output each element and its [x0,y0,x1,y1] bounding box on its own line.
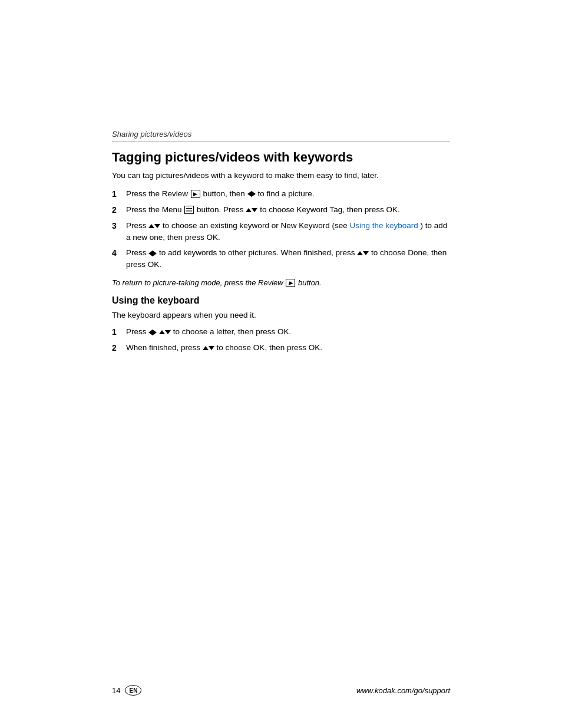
step2-text-end: to choose Keyword Tag, then press OK. [260,205,400,214]
step3-text-mid: to choose an existing keyword or New Key… [163,221,349,230]
tagging-step-2: 2 Press the Menu button. Press to choose… [112,204,450,216]
down-arrow-k1 [165,330,171,334]
main-section-title: Tagging pictures/videos with keywords [112,150,450,165]
step4-content: Press to add keywords to other pictures.… [126,247,450,271]
step3-content: Press to choose an existing keyword or N… [126,220,450,244]
step1-number: 1 [112,188,124,200]
keyboard-step-1: 1 Press to choose a letter, then press O… [112,326,450,338]
italic-note-text-end: button. [298,278,322,287]
kstep1-text-before: Press [126,327,148,336]
up-arrow-icon-4 [357,251,363,255]
step1-text-end: to find a picture. [257,189,314,198]
section-label: Sharing pictures/videos [112,130,450,139]
step1-content: Press the Review ▶ button, then to find … [126,188,450,200]
footer-left: 14 EN [112,685,141,696]
right-arrow-icon [252,191,256,197]
review-icon-note: ▶ [286,279,295,287]
main-intro-text: You can tag pictures/videos with a keywo… [112,170,450,182]
down-arrow-k2 [209,346,214,350]
italic-note-text: To return to picture-taking mode, press … [112,278,285,287]
en-badge: EN [125,685,141,696]
review-icon: ▶ [191,190,200,198]
keyboard-section-title: Using the keyboard [112,295,450,306]
tagging-step-4: 4 Press to add keywords to other picture… [112,247,450,271]
footer: 14 EN www.kodak.com/go/support [0,685,562,696]
step2-text-before: Press the Menu [126,205,184,214]
page-number: 14 [112,686,120,695]
step2-text-mid: button. Press [197,205,246,214]
step4-text-mid: to add keywords to other pictures. When … [159,248,357,257]
up-arrow-icon-3 [148,224,154,228]
down-arrow-icon-3 [154,224,160,228]
page-container: Sharing pictures/videos Tagging pictures… [0,0,562,728]
right-arrow-icon-4 [153,251,157,256]
step2-number: 2 [112,204,124,216]
divider [112,141,450,141]
kstep2-content: When finished, press to choose OK, then … [126,342,450,354]
italic-note: To return to picture-taking mode, press … [112,277,450,289]
step3-text-before: Press [126,221,148,230]
kstep1-number: 1 [112,326,124,338]
keyboard-step-2: 2 When finished, press to choose OK, the… [112,342,450,354]
menu-line-1 [186,208,192,209]
left-arrow-icon-4 [148,251,153,256]
menu-line-3 [186,212,192,212]
up-arrow-k2 [203,346,209,350]
kstep1-text-end: to choose a letter, then press OK. [173,327,291,336]
left-arrow-k1 [148,330,153,335]
menu-line-2 [186,210,192,210]
menu-icon [184,206,194,214]
step1-text-before: Press the Review [126,189,190,198]
tagging-steps-list: 1 Press the Review ▶ button, then to fin… [112,188,450,271]
keyboard-steps-list: 1 Press to choose a letter, then press O… [112,326,450,354]
down-arrow-icon-4 [363,251,369,255]
keyboard-intro: The keyboard appears when you need it. [112,309,450,321]
step4-number: 4 [112,247,124,259]
kstep2-text-end: to choose OK, then press OK. [217,343,322,352]
kstep1-content: Press to choose a letter, then press OK. [126,326,450,338]
up-arrow-k1 [159,330,165,334]
up-arrow-icon-2 [246,208,252,212]
down-arrow-icon-2 [252,208,257,212]
tagging-step-1: 1 Press the Review ▶ button, then to fin… [112,188,450,200]
step1-text-mid: button, then [203,189,247,198]
right-arrow-k1 [153,330,157,335]
kstep2-text-before: When finished, press [126,343,203,352]
menu-lines [185,206,193,213]
footer-url: www.kodak.com/go/support [356,686,450,695]
left-arrow-icon [247,191,252,197]
tagging-step-3: 3 Press to choose an existing keyword or… [112,220,450,244]
content-area: Sharing pictures/videos Tagging pictures… [0,0,562,407]
step4-text-before: Press [126,248,148,257]
kstep2-number: 2 [112,342,124,354]
step2-content: Press the Menu button. Press to choose K… [126,204,450,216]
keyboard-link[interactable]: Using the keyboard [349,221,418,230]
step3-number: 3 [112,220,124,232]
